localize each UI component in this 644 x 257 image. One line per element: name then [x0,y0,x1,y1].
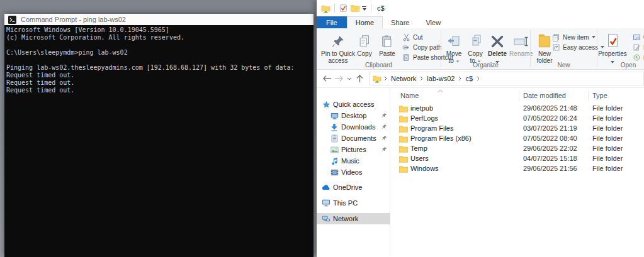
breadcrumb-network[interactable]: Network [390,75,417,82]
file-name: PerfLogs [410,114,438,122]
file-type: File folder [592,124,623,132]
paste-label: Paste [375,50,400,57]
tab-home[interactable]: Home [347,16,383,28]
folder-icon [351,4,359,12]
tab-file[interactable]: File [317,16,347,28]
pin-label-line1: Pin to Quick [320,50,356,57]
explorer-titlebar[interactable]: c$ [317,0,644,16]
breadcrumb-cdollar[interactable]: c$ [464,75,474,82]
network-icon [322,215,330,222]
forward-arrow-icon [334,75,344,82]
nav-label: Documents [341,134,376,142]
checkbox-icon [339,4,348,13]
qat-customize-bar [362,6,366,7]
nav-item-music[interactable]: Music [317,155,390,167]
copy-path-icon [402,43,410,52]
pin-to-quick-access-button[interactable]: Pin to Quick access [320,30,356,64]
ribbon: Pin to Quick access Copy Paste Cut Copy … [317,28,644,70]
column-resize-handle[interactable] [519,90,519,101]
copy-icon [358,34,371,49]
column-header-date-modified[interactable]: Date modified [523,92,566,99]
nav-label: Music [341,157,359,165]
star-icon [322,101,330,109]
file-row-program-files[interactable]: Program Files 03/07/2025 21:19 File fold… [391,124,644,134]
tab-view[interactable]: View [417,16,449,28]
file-row-windows[interactable]: Windows 29/06/2025 21:56 File folder [391,164,644,174]
file-row-temp[interactable]: Temp 29/06/2025 22:02 File folder [391,144,644,154]
cmd-console[interactable]: Microsoft Windows [Version 10.0.19045.59… [4,25,314,257]
file-name: Windows [410,165,439,172]
column-header-name[interactable]: Name [400,92,419,99]
nav-item-videos[interactable]: Videos [317,167,390,178]
command-prompt-window: Command Prompt - ping lab-ws02 Microsoft… [4,14,314,257]
pin-icon [381,146,387,152]
copy-button[interactable]: Copy [352,30,377,57]
paste-button[interactable]: Paste [375,30,400,57]
tab-share[interactable]: Share [383,16,417,28]
breadcrumb[interactable]: Network lab-ws02 c$ [369,72,644,85]
pin-icon [381,124,387,129]
folder-icon [399,155,408,163]
file-name: inetpub [410,104,433,112]
recent-locations-button[interactable] [346,74,353,84]
up-button[interactable] [354,74,365,84]
this-pc-icon [322,199,330,207]
nav-label: Network [333,215,358,222]
new-item-label: New item [563,34,589,41]
file-date: 29/06/2025 22:02 [523,145,577,152]
edit-button[interactable]: Edit [633,42,644,52]
file-explorer-window: c$ File Home Share View Pin to Quick acc… [317,0,644,257]
file-row-inetpub[interactable]: inetpub 29/06/2025 21:48 File folder [391,104,644,114]
forward-button[interactable] [334,74,344,84]
file-date: 03/07/2025 21:19 [523,124,577,132]
navigation-pane: Quick access Desktop Downloads Documents… [317,88,390,256]
file-row-users[interactable]: Users 04/07/2025 15:18 File folder [391,154,644,164]
cmd-titlebar[interactable]: Command Prompt - ping lab-ws02 [4,14,314,25]
qat-customize-button[interactable] [362,6,366,11]
folder-icon [399,165,408,173]
nav-label: Desktop [341,112,366,119]
nav-item-network[interactable]: Network [317,213,390,224]
pin-icon [381,135,387,141]
nav-item-pictures[interactable]: Pictures [317,144,390,155]
qat-new-folder-button[interactable] [349,3,361,14]
file-date: 29/06/2025 21:48 [523,104,577,112]
chevron-down-icon [347,77,352,80]
nav-item-onedrive[interactable]: OneDrive [317,182,390,193]
open-icon [633,33,641,41]
ribbon-group-organize: Move to Copy to Delete Rename Organize [441,28,530,69]
up-arrow-icon [356,74,364,83]
nav-label: OneDrive [333,183,362,191]
nav-item-documents[interactable]: Documents [317,133,390,144]
column-header-type[interactable]: Type [592,92,607,99]
clipboard-group-label: Clipboard [317,62,441,68]
back-arrow-icon [322,75,332,82]
breadcrumb-labws02[interactable]: lab-ws02 [426,75,456,82]
history-button[interactable]: History [633,52,644,62]
cut-icon [402,33,410,41]
document-icon [331,134,338,143]
chevron-right-icon [384,76,387,81]
nav-item-downloads[interactable]: Downloads [317,121,390,133]
list-header: Name Date modified Type [391,89,644,101]
qat-properties-button[interactable] [338,3,349,14]
file-name: Program Files [410,124,453,132]
nav-item-desktop[interactable]: Desktop [317,110,390,121]
nav-item-this-pc[interactable]: This PC [317,197,390,209]
copy-path-button[interactable]: Copy path [402,42,442,52]
column-resize-handle[interactable] [588,90,589,101]
nav-item-quick-access[interactable]: Quick access [317,99,390,110]
qat-separator [371,4,371,13]
new-item-button[interactable]: New item [552,32,596,42]
properties-button[interactable]: Properties [594,30,631,65]
cmd-console-text: Microsoft Windows [Version 10.0.19045.59… [6,26,314,94]
desktop-icon [330,112,339,119]
back-button[interactable] [322,74,332,84]
open-button[interactable]: Open [633,32,644,42]
pin-icon [381,112,387,118]
file-type: File folder [592,134,623,142]
explorer-main: Quick access Desktop Downloads Documents… [317,88,644,256]
file-row-perflogs[interactable]: PerfLogs 07/05/2022 06:24 File folder [391,114,644,124]
file-row-program-files-x86[interactable]: Program Files (x86) 07/05/2022 08:40 Fil… [391,134,644,144]
cut-button[interactable]: Cut [402,32,423,42]
